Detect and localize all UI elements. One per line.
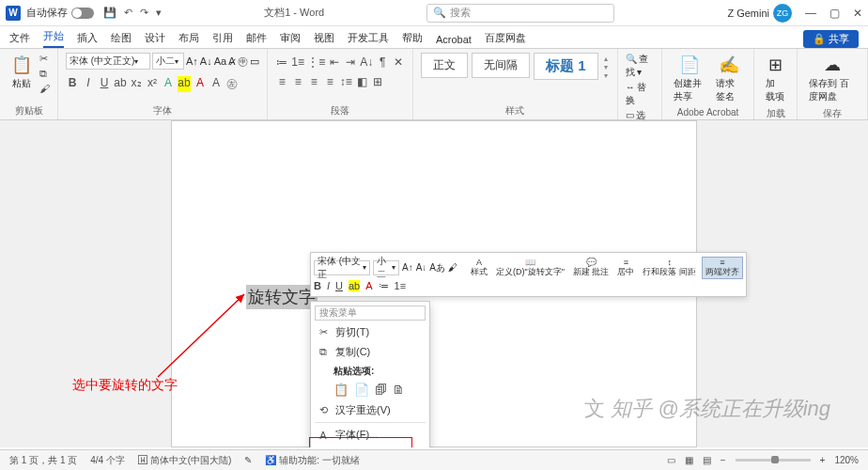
border-icon[interactable]: ▭ [250, 55, 259, 68]
spell-check-icon[interactable]: ✎ [244, 455, 252, 465]
tab-help[interactable]: 帮助 [402, 28, 423, 48]
paste-option-icon[interactable]: 📄 [354, 383, 369, 397]
paste-option-icon[interactable]: 🗎 [393, 383, 405, 397]
print-layout-icon[interactable]: ▦ [685, 455, 693, 465]
show-marks-icon[interactable]: ¶ [376, 55, 389, 69]
tab-developer[interactable]: 开发工具 [348, 28, 389, 48]
share-button[interactable]: 🔒 共享 [803, 30, 859, 48]
cm-item[interactable]: A字体(F)... [311, 425, 429, 445]
tab-view[interactable]: 视图 [314, 28, 334, 48]
mini-bold-icon[interactable]: B [314, 280, 321, 291]
bold-icon[interactable]: B [66, 76, 79, 92]
font-color-icon[interactable]: A [194, 76, 207, 92]
mini-comment-button[interactable]: 💬新建 批注 [570, 258, 612, 278]
zoom-level[interactable]: 120% [834, 455, 859, 465]
superscript-icon[interactable]: x² [146, 76, 159, 92]
multilevel-icon[interactable]: ⋮≡ [307, 55, 325, 69]
mini-phonetic-icon[interactable]: Aあ [429, 261, 445, 274]
zoom-out-icon[interactable]: − [721, 455, 726, 465]
tab-references[interactable]: 引用 [212, 28, 233, 48]
text-effects-icon[interactable]: A [162, 76, 175, 92]
mini-justify-button[interactable]: ≡两端对齐 [702, 257, 743, 279]
numbering-icon[interactable]: 1≡ [291, 55, 304, 69]
minimize-icon[interactable]: — [805, 7, 816, 20]
redo-icon[interactable]: ↷ [140, 7, 148, 19]
bullets-icon[interactable]: ≔ [275, 55, 288, 69]
justify-icon[interactable]: ≡ [323, 75, 336, 88]
create-share-button[interactable]: 📄创建并共享 [670, 53, 708, 105]
selected-text[interactable]: 旋转文字 [246, 285, 318, 309]
web-layout-icon[interactable]: ▤ [703, 455, 711, 465]
undo-icon[interactable]: ↶ [124, 7, 132, 19]
mini-styles-button[interactable]: A样式 [468, 258, 490, 278]
clear-format-icon[interactable]: A̷ [228, 55, 236, 68]
mini-italic-icon[interactable]: I [327, 280, 330, 291]
paste-option-icon[interactable]: 🗐 [375, 383, 387, 397]
italic-icon[interactable]: I [82, 76, 95, 92]
increase-indent-icon[interactable]: ⇥ [344, 55, 357, 69]
search-box[interactable]: 🔍 搜索 [426, 4, 614, 23]
mini-grow-icon[interactable]: A↑ [402, 262, 413, 273]
align-center-icon[interactable]: ≡ [291, 75, 304, 88]
cm-item[interactable]: ✂剪切(T) [311, 322, 429, 342]
tab-baidu[interactable]: 百度网盘 [485, 28, 526, 48]
toggle-off-icon[interactable] [71, 8, 94, 19]
signature-button[interactable]: ✍请求 签名 [712, 53, 746, 105]
align-right-icon[interactable]: ≡ [307, 75, 320, 88]
autosave-toggle[interactable]: 自动保存 [26, 6, 94, 20]
tab-mailings[interactable]: 邮件 [246, 28, 267, 48]
phonetic-icon[interactable]: ㊥ [238, 55, 248, 69]
line-spacing-icon[interactable]: ↕≡ [339, 75, 352, 88]
paste-button[interactable]: 📋粘贴 [8, 53, 36, 92]
char-shading-icon[interactable]: A [209, 76, 223, 92]
mini-highlight-icon[interactable]: ab [349, 280, 360, 291]
tab-layout[interactable]: 布局 [178, 28, 199, 48]
tab-home[interactable]: 开始 [43, 26, 64, 48]
zoom-slider[interactable] [736, 459, 811, 462]
zoom-in-icon[interactable]: + [820, 455, 826, 465]
strike-icon[interactable]: ab [114, 76, 127, 92]
menu-search-input[interactable]: 搜索菜单 [315, 306, 426, 321]
enclose-char-icon[interactable]: ㊧ [225, 76, 239, 92]
tab-file[interactable]: 文件 [9, 28, 30, 48]
style-nospace[interactable]: 无间隔 [472, 53, 530, 78]
tab-design[interactable]: 设计 [145, 28, 165, 48]
underline-icon[interactable]: U [98, 76, 111, 92]
cut-icon[interactable]: ✂ [39, 53, 50, 65]
mini-center-button[interactable]: ≡居中 [614, 258, 637, 278]
mini-format-painter-icon[interactable]: 🖌 [448, 262, 457, 273]
align-left-icon[interactable]: ≡ [275, 75, 288, 88]
mini-line-spacing-button[interactable]: ↕行和段落 间距 [640, 258, 699, 278]
language-indicator[interactable]: 🅆 简体中文(中国大陆) [138, 454, 231, 467]
grow-font-icon[interactable]: A↑ [186, 55, 198, 67]
paste-option-icon[interactable]: 📋 [333, 383, 349, 397]
mini-underline-icon[interactable]: U [335, 280, 343, 291]
style-normal[interactable]: 正文 [421, 53, 468, 78]
sort-icon[interactable]: A↓ [360, 55, 373, 69]
borders-icon[interactable]: ⊞ [371, 75, 384, 88]
mini-define-button[interactable]: 📖定义(D)"旋转文字" [493, 258, 567, 278]
user-account[interactable]: Z Gemini ZG [727, 4, 792, 23]
shrink-font-icon[interactable]: A↓ [200, 55, 212, 67]
restore-icon[interactable]: ▢ [829, 7, 840, 20]
mini-font-combo[interactable]: 宋体 (中文正▾ [314, 260, 370, 275]
mini-size-combo[interactable]: 小二▾ [373, 260, 399, 275]
mini-shrink-icon[interactable]: A↓ [416, 262, 427, 273]
save-icon[interactable]: 💾 [103, 7, 116, 19]
decrease-indent-icon[interactable]: ⇤ [328, 55, 341, 69]
close-icon[interactable]: ✕ [853, 7, 862, 20]
cm-item[interactable]: ⟲汉字重选(V) [311, 400, 429, 420]
replace-button[interactable]: ↔ 替换 [626, 81, 654, 107]
copy-icon[interactable]: ⧉ [39, 68, 50, 80]
format-painter-icon[interactable]: 🖌 [39, 83, 50, 94]
mini-font-color-icon[interactable]: A [365, 280, 372, 291]
highlight-icon[interactable]: ab [178, 76, 191, 92]
accessibility-indicator[interactable]: ♿ 辅助功能: 一切就绪 [265, 454, 359, 467]
tab-acrobat[interactable]: Acrobat [436, 31, 472, 48]
word-count[interactable]: 4/4 个字 [90, 454, 125, 467]
mini-numbering-icon[interactable]: 1≡ [395, 280, 407, 291]
font-size-combo[interactable]: 小二 ▾ [152, 53, 184, 70]
cm-item[interactable]: ⧉复制(C) [311, 342, 429, 362]
find-button[interactable]: 🔍 查找 ▾ [626, 53, 654, 79]
tab-insert[interactable]: 插入 [77, 28, 98, 48]
